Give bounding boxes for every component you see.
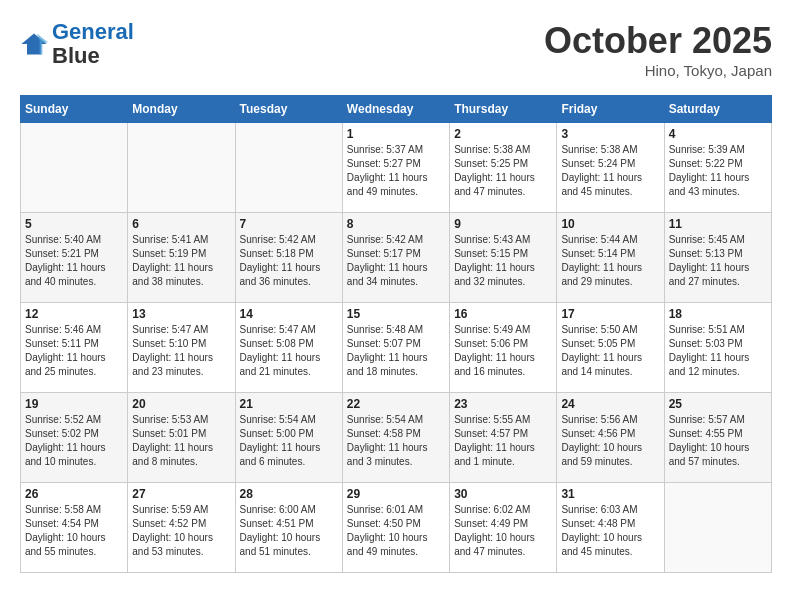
day-info: Sunrise: 5:54 AM Sunset: 5:00 PM Dayligh… <box>240 413 338 469</box>
calendar-cell: 24Sunrise: 5:56 AM Sunset: 4:56 PM Dayli… <box>557 393 664 483</box>
location-subtitle: Hino, Tokyo, Japan <box>544 62 772 79</box>
calendar-cell: 13Sunrise: 5:47 AM Sunset: 5:10 PM Dayli… <box>128 303 235 393</box>
page-header: General Blue October 2025 Hino, Tokyo, J… <box>20 20 772 79</box>
calendar-cell <box>235 123 342 213</box>
day-number: 26 <box>25 487 123 501</box>
day-info: Sunrise: 5:47 AM Sunset: 5:10 PM Dayligh… <box>132 323 230 379</box>
calendar-cell: 7Sunrise: 5:42 AM Sunset: 5:18 PM Daylig… <box>235 213 342 303</box>
day-number: 24 <box>561 397 659 411</box>
day-number: 28 <box>240 487 338 501</box>
calendar-cell: 26Sunrise: 5:58 AM Sunset: 4:54 PM Dayli… <box>21 483 128 573</box>
calendar-cell: 11Sunrise: 5:45 AM Sunset: 5:13 PM Dayli… <box>664 213 771 303</box>
calendar-cell: 6Sunrise: 5:41 AM Sunset: 5:19 PM Daylig… <box>128 213 235 303</box>
day-info: Sunrise: 5:52 AM Sunset: 5:02 PM Dayligh… <box>25 413 123 469</box>
weekday-header-friday: Friday <box>557 96 664 123</box>
day-number: 25 <box>669 397 767 411</box>
weekday-header-tuesday: Tuesday <box>235 96 342 123</box>
day-info: Sunrise: 5:38 AM Sunset: 5:24 PM Dayligh… <box>561 143 659 199</box>
day-number: 20 <box>132 397 230 411</box>
day-number: 15 <box>347 307 445 321</box>
day-number: 19 <box>25 397 123 411</box>
day-info: Sunrise: 5:41 AM Sunset: 5:19 PM Dayligh… <box>132 233 230 289</box>
logo: General Blue <box>20 20 134 68</box>
weekday-header-thursday: Thursday <box>450 96 557 123</box>
day-number: 23 <box>454 397 552 411</box>
day-number: 30 <box>454 487 552 501</box>
day-number: 11 <box>669 217 767 231</box>
day-info: Sunrise: 5:50 AM Sunset: 5:05 PM Dayligh… <box>561 323 659 379</box>
day-info: Sunrise: 5:51 AM Sunset: 5:03 PM Dayligh… <box>669 323 767 379</box>
day-number: 6 <box>132 217 230 231</box>
calendar-week-row: 12Sunrise: 5:46 AM Sunset: 5:11 PM Dayli… <box>21 303 772 393</box>
calendar-cell: 4Sunrise: 5:39 AM Sunset: 5:22 PM Daylig… <box>664 123 771 213</box>
calendar-cell: 17Sunrise: 5:50 AM Sunset: 5:05 PM Dayli… <box>557 303 664 393</box>
calendar-cell: 28Sunrise: 6:00 AM Sunset: 4:51 PM Dayli… <box>235 483 342 573</box>
day-number: 9 <box>454 217 552 231</box>
day-number: 16 <box>454 307 552 321</box>
day-info: Sunrise: 5:42 AM Sunset: 5:17 PM Dayligh… <box>347 233 445 289</box>
calendar-cell: 10Sunrise: 5:44 AM Sunset: 5:14 PM Dayli… <box>557 213 664 303</box>
calendar-cell: 29Sunrise: 6:01 AM Sunset: 4:50 PM Dayli… <box>342 483 449 573</box>
day-number: 2 <box>454 127 552 141</box>
title-block: October 2025 Hino, Tokyo, Japan <box>544 20 772 79</box>
day-info: Sunrise: 5:57 AM Sunset: 4:55 PM Dayligh… <box>669 413 767 469</box>
day-info: Sunrise: 6:03 AM Sunset: 4:48 PM Dayligh… <box>561 503 659 559</box>
calendar-cell <box>21 123 128 213</box>
day-info: Sunrise: 5:45 AM Sunset: 5:13 PM Dayligh… <box>669 233 767 289</box>
calendar-week-row: 5Sunrise: 5:40 AM Sunset: 5:21 PM Daylig… <box>21 213 772 303</box>
day-number: 13 <box>132 307 230 321</box>
calendar-cell: 30Sunrise: 6:02 AM Sunset: 4:49 PM Dayli… <box>450 483 557 573</box>
calendar-week-row: 26Sunrise: 5:58 AM Sunset: 4:54 PM Dayli… <box>21 483 772 573</box>
logo-line1: General <box>52 19 134 44</box>
calendar-cell <box>664 483 771 573</box>
calendar-cell: 25Sunrise: 5:57 AM Sunset: 4:55 PM Dayli… <box>664 393 771 483</box>
day-number: 1 <box>347 127 445 141</box>
calendar-cell: 5Sunrise: 5:40 AM Sunset: 5:21 PM Daylig… <box>21 213 128 303</box>
calendar-cell: 15Sunrise: 5:48 AM Sunset: 5:07 PM Dayli… <box>342 303 449 393</box>
day-info: Sunrise: 5:43 AM Sunset: 5:15 PM Dayligh… <box>454 233 552 289</box>
weekday-header-monday: Monday <box>128 96 235 123</box>
day-number: 27 <box>132 487 230 501</box>
day-number: 5 <box>25 217 123 231</box>
calendar-cell: 22Sunrise: 5:54 AM Sunset: 4:58 PM Dayli… <box>342 393 449 483</box>
day-number: 21 <box>240 397 338 411</box>
calendar-cell: 14Sunrise: 5:47 AM Sunset: 5:08 PM Dayli… <box>235 303 342 393</box>
calendar-cell: 20Sunrise: 5:53 AM Sunset: 5:01 PM Dayli… <box>128 393 235 483</box>
svg-marker-0 <box>21 34 46 55</box>
logo-line2: Blue <box>52 43 100 68</box>
day-info: Sunrise: 5:54 AM Sunset: 4:58 PM Dayligh… <box>347 413 445 469</box>
calendar-cell <box>128 123 235 213</box>
calendar-cell: 31Sunrise: 6:03 AM Sunset: 4:48 PM Dayli… <box>557 483 664 573</box>
day-number: 8 <box>347 217 445 231</box>
day-info: Sunrise: 5:49 AM Sunset: 5:06 PM Dayligh… <box>454 323 552 379</box>
day-number: 14 <box>240 307 338 321</box>
day-info: Sunrise: 5:40 AM Sunset: 5:21 PM Dayligh… <box>25 233 123 289</box>
day-number: 10 <box>561 217 659 231</box>
calendar-cell: 12Sunrise: 5:46 AM Sunset: 5:11 PM Dayli… <box>21 303 128 393</box>
day-info: Sunrise: 5:47 AM Sunset: 5:08 PM Dayligh… <box>240 323 338 379</box>
calendar-table: SundayMondayTuesdayWednesdayThursdayFrid… <box>20 95 772 573</box>
day-info: Sunrise: 5:55 AM Sunset: 4:57 PM Dayligh… <box>454 413 552 469</box>
day-number: 29 <box>347 487 445 501</box>
day-info: Sunrise: 6:00 AM Sunset: 4:51 PM Dayligh… <box>240 503 338 559</box>
day-info: Sunrise: 6:02 AM Sunset: 4:49 PM Dayligh… <box>454 503 552 559</box>
day-info: Sunrise: 5:38 AM Sunset: 5:25 PM Dayligh… <box>454 143 552 199</box>
calendar-week-row: 1Sunrise: 5:37 AM Sunset: 5:27 PM Daylig… <box>21 123 772 213</box>
calendar-cell: 23Sunrise: 5:55 AM Sunset: 4:57 PM Dayli… <box>450 393 557 483</box>
day-number: 31 <box>561 487 659 501</box>
calendar-cell: 16Sunrise: 5:49 AM Sunset: 5:06 PM Dayli… <box>450 303 557 393</box>
weekday-header-wednesday: Wednesday <box>342 96 449 123</box>
calendar-cell: 21Sunrise: 5:54 AM Sunset: 5:00 PM Dayli… <box>235 393 342 483</box>
day-info: Sunrise: 5:56 AM Sunset: 4:56 PM Dayligh… <box>561 413 659 469</box>
calendar-cell: 3Sunrise: 5:38 AM Sunset: 5:24 PM Daylig… <box>557 123 664 213</box>
day-info: Sunrise: 5:46 AM Sunset: 5:11 PM Dayligh… <box>25 323 123 379</box>
weekday-header-saturday: Saturday <box>664 96 771 123</box>
day-info: Sunrise: 5:44 AM Sunset: 5:14 PM Dayligh… <box>561 233 659 289</box>
day-info: Sunrise: 5:39 AM Sunset: 5:22 PM Dayligh… <box>669 143 767 199</box>
logo-icon <box>20 30 48 58</box>
calendar-cell: 19Sunrise: 5:52 AM Sunset: 5:02 PM Dayli… <box>21 393 128 483</box>
day-info: Sunrise: 5:42 AM Sunset: 5:18 PM Dayligh… <box>240 233 338 289</box>
day-number: 12 <box>25 307 123 321</box>
day-number: 4 <box>669 127 767 141</box>
day-info: Sunrise: 5:58 AM Sunset: 4:54 PM Dayligh… <box>25 503 123 559</box>
